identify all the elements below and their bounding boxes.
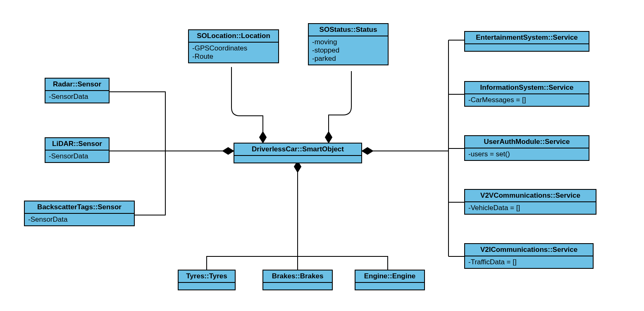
diamond-right-icon: [362, 148, 373, 154]
class-body: -CarMessages = []: [465, 94, 589, 106]
class-sostatus: SOStatus::Status -moving -stopped -parke…: [308, 23, 389, 65]
class-body: [355, 283, 424, 289]
attr: -SensorData: [49, 152, 105, 160]
class-title: SOStatus::Status: [309, 24, 388, 36]
attr: -TrafficData = []: [468, 258, 589, 266]
class-brakes: Brakes::Brakes: [262, 270, 333, 290]
attr: -GPSCoordinates: [192, 44, 275, 53]
class-title: DriverlessCar::SmartObject: [234, 144, 361, 156]
class-radar: Radar::Sensor -SensorData: [45, 78, 110, 103]
attr: -Route: [192, 53, 275, 61]
diamond-left-icon: [223, 148, 234, 154]
attr: -parked: [312, 55, 384, 63]
class-title: Radar::Sensor: [45, 79, 109, 91]
class-title: UserAuthModule::Service: [465, 136, 589, 148]
class-title: V2ICommunications::Service: [465, 244, 593, 256]
class-title: InformationSystem::Service: [465, 82, 589, 94]
diamond-topleft-icon: [260, 132, 266, 143]
class-title: EntertainmentSystem::Service: [465, 32, 589, 44]
attr: -VehicleData = []: [468, 204, 592, 212]
class-body: [179, 283, 235, 289]
class-body: [465, 44, 589, 51]
edge-engine: [298, 256, 388, 270]
edge-radar: [110, 92, 165, 151]
class-title: Brakes::Brakes: [263, 270, 332, 283]
class-information: InformationSystem::Service -CarMessages …: [464, 81, 589, 107]
class-tyres: Tyres::Tyres: [178, 270, 236, 290]
class-lidar: LiDAR::Sensor -SensorData: [45, 137, 110, 163]
class-body: [263, 283, 332, 289]
class-driverlesscar: DriverlessCar::SmartObject: [234, 143, 362, 163]
class-entertainment: EntertainmentSystem::Service: [464, 31, 589, 52]
class-body: -moving -stopped -parked: [309, 36, 388, 65]
attr: -stopped: [312, 46, 384, 55]
class-title: Tyres::Tyres: [179, 270, 235, 283]
edge-tyres: [207, 256, 298, 270]
class-title: Engine::Engine: [355, 270, 424, 283]
class-body: -SensorData: [45, 151, 109, 162]
edge-backscatter: [134, 151, 165, 215]
class-body: -GPSCoordinates -Route: [189, 43, 278, 62]
class-v2i: V2ICommunications::Service -TrafficData …: [464, 243, 594, 269]
class-title: LiDAR::Sensor: [45, 138, 109, 151]
class-solocation: SOLocation::Location -GPSCoordinates -Ro…: [188, 29, 279, 63]
attr: -SensorData: [28, 215, 131, 224]
class-body: [234, 156, 361, 163]
diamond-topright-icon: [325, 132, 332, 143]
class-title: V2VCommunications::Service: [465, 190, 596, 202]
class-body: -SensorData: [25, 214, 134, 225]
class-body: -SensorData: [45, 91, 109, 103]
edge-location: [231, 67, 263, 132]
class-title: BackscatterTags::Sensor: [25, 201, 134, 214]
class-backscatter: BackscatterTags::Sensor -SensorData: [24, 201, 135, 226]
class-body: -VehicleData = []: [465, 202, 596, 214]
class-title: SOLocation::Location: [189, 30, 278, 43]
class-body: -users = set(): [465, 148, 589, 160]
attr: -SensorData: [49, 93, 105, 101]
class-body: -TrafficData = []: [465, 256, 593, 268]
edge-status: [329, 71, 351, 132]
attr: -users = set(): [468, 150, 585, 158]
class-userauth: UserAuthModule::Service -users = set(): [464, 135, 589, 161]
attr: -moving: [312, 38, 384, 46]
attr: -CarMessages = []: [468, 96, 585, 104]
class-v2v: V2VCommunications::Service -VehicleData …: [464, 189, 596, 215]
class-engine: Engine::Engine: [355, 270, 425, 290]
